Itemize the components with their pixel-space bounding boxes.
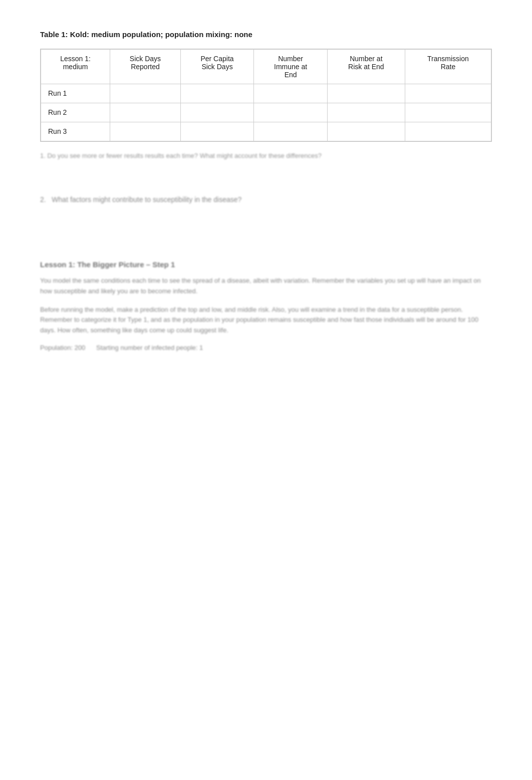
cell-run2-transmission[interactable] — [405, 103, 491, 122]
cell-run1-immune[interactable] — [254, 84, 328, 103]
col-header-lesson: Lesson 1:medium — [41, 50, 110, 84]
cell-run1-sick-days[interactable] — [110, 84, 181, 103]
cell-run3-transmission[interactable] — [405, 122, 491, 141]
row-label-run3: Run 3 — [41, 122, 110, 141]
question-2: 2. What factors might contribute to susc… — [40, 194, 492, 205]
col-header-number-immune: NumberImmune atEnd — [254, 50, 328, 84]
table-row: Run 2 — [41, 103, 491, 122]
cell-run2-immune[interactable] — [254, 103, 328, 122]
col-header-per-capita: Per CapitaSick Days — [180, 50, 254, 84]
body-paragraph-1: You model the same conditions each time … — [40, 276, 492, 297]
col-header-transmission: TransmissionRate — [405, 50, 491, 84]
table-row: Run 3 — [41, 122, 491, 141]
col-header-number-risk: Number atRisk at End — [327, 50, 405, 84]
footnote-1: 1. Do you see more or fewer results resu… — [40, 152, 492, 159]
cell-run3-per-capita[interactable] — [180, 122, 254, 141]
row-label-run2: Run 2 — [41, 103, 110, 122]
cell-run2-per-capita[interactable] — [180, 103, 254, 122]
section-label: Lesson 1: The Bigger Picture – Step 1 — [40, 260, 492, 269]
cell-run2-risk[interactable] — [327, 103, 405, 122]
cell-run3-risk[interactable] — [327, 122, 405, 141]
data-table: Lesson 1:medium Sick DaysReported Per Ca… — [40, 49, 492, 142]
cell-run3-sick-days[interactable] — [110, 122, 181, 141]
page-title: Table 1: Kold: medium population; popula… — [40, 30, 492, 39]
population-label: Population: 200 Starting number of infec… — [40, 344, 492, 351]
cell-run3-immune[interactable] — [254, 122, 328, 141]
cell-run1-risk[interactable] — [327, 84, 405, 103]
cell-run2-sick-days[interactable] — [110, 103, 181, 122]
cell-run1-transmission[interactable] — [405, 84, 491, 103]
body-paragraph-2: Before running the model, make a predict… — [40, 305, 492, 336]
col-header-sick-days: Sick DaysReported — [110, 50, 181, 84]
row-label-run1: Run 1 — [41, 84, 110, 103]
cell-run1-per-capita[interactable] — [180, 84, 254, 103]
table-row: Run 1 — [41, 84, 491, 103]
footnote-number: 1. — [40, 152, 46, 159]
